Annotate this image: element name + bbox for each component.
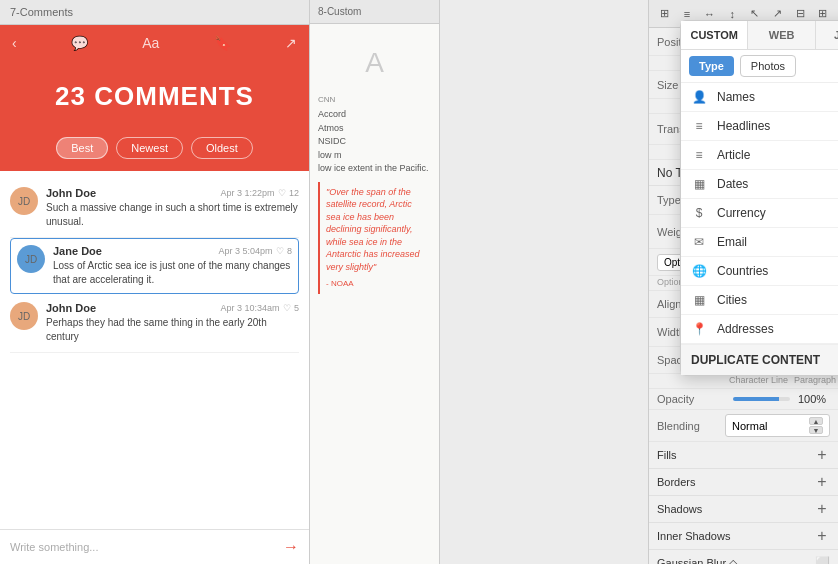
cities-icon: ▦	[691, 293, 707, 307]
dropdown-tab-web[interactable]: WEB	[748, 21, 815, 49]
tab-oldest[interactable]: Oldest	[191, 137, 253, 159]
article-panel-title: 8-Custom	[310, 0, 439, 24]
item-label: Email	[717, 235, 838, 249]
opacity-label: Opacity	[657, 393, 725, 405]
fills-add-btn[interactable]: +	[814, 447, 830, 463]
comment-header: Jane Doe Apr 3 5:04pm ♡ 8	[53, 245, 292, 257]
borders-label: Borders	[657, 476, 696, 488]
item-label: Cities	[717, 293, 838, 307]
shadows-label: Shadows	[657, 503, 702, 515]
comment-meta: Apr 3 1:22pm ♡ 12	[220, 188, 299, 198]
comment-header: John Doe Apr 3 10:34am ♡ 5	[46, 302, 299, 314]
countries-icon: 🌐	[691, 264, 707, 278]
avatar: JD	[17, 245, 45, 273]
avatar: JD	[10, 302, 38, 330]
email-icon: ✉	[691, 235, 707, 249]
phone-screen: ‹ 💬 Aa 🔖 ↗ 23 COMMENTS Best Newest Oldes…	[0, 25, 309, 564]
character-label: Character	[729, 375, 765, 385]
blending-row: Blending Normal ▲ ▼	[649, 410, 838, 442]
list-item[interactable]: 📍 Addresses ✕	[681, 315, 838, 344]
bookmark-icon[interactable]: 🔖	[214, 35, 231, 51]
comment-header: John Doe Apr 3 1:22pm ♡ 12	[46, 187, 299, 199]
dropdown-tab-custom[interactable]: CUSTOM	[681, 21, 748, 49]
share-icon[interactable]: ↗	[285, 35, 297, 51]
dropdown-panel: CUSTOM WEB JSON › Type Photos ⊞ ≡ 👤 Name…	[680, 20, 838, 376]
opacity-value: 100%	[798, 393, 830, 405]
article-icon: ≡	[691, 148, 707, 162]
shadows-add-btn[interactable]: +	[814, 501, 830, 517]
quote-text: "Over the span of the satellite record, …	[326, 186, 425, 274]
gaussian-blur-btn[interactable]: ⬜	[814, 555, 830, 564]
article-text: AccordAtmosNSIDClow mlow ice extent in t…	[318, 108, 431, 176]
list-item[interactable]: 👤 Names ✕	[681, 83, 838, 112]
list-item[interactable]: ▦ Cities ✕	[681, 286, 838, 315]
list-item[interactable]: ≡ Article ✕	[681, 141, 838, 170]
duplicate-label: DUPLICATE CONTENT	[691, 353, 820, 367]
gaussian-blur-section: Gaussian Blur ◇ ⬜	[649, 550, 838, 564]
write-bar: Write something... →	[0, 529, 309, 564]
opacity-row: Opacity 100%	[649, 389, 838, 410]
duplicate-section[interactable]: DUPLICATE CONTENT ›	[681, 344, 838, 375]
avatar: JD	[10, 187, 38, 215]
send-icon[interactable]: →	[283, 538, 299, 556]
phone-nav: ‹ 💬 Aa 🔖 ↗	[0, 25, 309, 61]
list-item[interactable]: ✉ Email ✕	[681, 228, 838, 257]
article-panel: 8-Custom A CNN AccordAtmosNSIDClow mlow …	[310, 0, 440, 564]
toolbar-btn-grid[interactable]: ⊞	[655, 4, 674, 24]
write-placeholder[interactable]: Write something...	[10, 541, 283, 553]
comment-meta: Apr 3 10:34am ♡ 5	[220, 303, 299, 313]
article-body: A CNN AccordAtmosNSIDClow mlow ice exten…	[310, 24, 439, 302]
comment-text: Such a massive change in such a short ti…	[46, 201, 299, 229]
dropdown-search-row: Type Photos ⊞ ≡	[681, 50, 838, 83]
list-item[interactable]: $ Currency ✕	[681, 199, 838, 228]
blending-up[interactable]: ▲	[809, 417, 823, 425]
dropdown-tab-json[interactable]: JSON	[816, 21, 838, 49]
line-label: Line	[769, 375, 790, 385]
blending-value: Normal	[732, 420, 767, 432]
comment-body: John Doe Apr 3 1:22pm ♡ 12 Such a massiv…	[46, 187, 299, 229]
comment-text: Loss of Arctic sea ice is just one of th…	[53, 259, 292, 287]
borders-add-btn[interactable]: +	[814, 474, 830, 490]
list-item[interactable]: ≡ Headlines ✕	[681, 112, 838, 141]
comment-body: Jane Doe Apr 3 5:04pm ♡ 8 Loss of Arctic…	[53, 245, 292, 287]
list-item[interactable]: 🌐 Countries ✕	[681, 257, 838, 286]
comment-item-selected: JD Jane Doe Apr 3 5:04pm ♡ 8 Loss of Arc…	[10, 238, 299, 294]
photos-button[interactable]: Photos	[740, 55, 796, 77]
left-panel-title: 7-Comments	[0, 0, 309, 25]
blending-down[interactable]: ▼	[809, 426, 823, 434]
tab-best[interactable]: Best	[56, 137, 108, 159]
list-item[interactable]: ▦ Dates ✕	[681, 170, 838, 199]
dropdown-list: 👤 Names ✕ ≡ Headlines ✕ ≡ Article ✕ ▦ Da…	[681, 83, 838, 344]
comment-meta: Apr 3 5:04pm ♡ 8	[218, 246, 292, 256]
left-panel: 7-Comments ‹ 💬 Aa 🔖 ↗ 23 COMMENTS Best N…	[0, 0, 310, 564]
type-button[interactable]: Type	[689, 56, 734, 76]
addresses-icon: 📍	[691, 322, 707, 336]
blending-stepper: ▲ ▼	[809, 417, 823, 434]
item-label: Dates	[717, 177, 838, 191]
item-label: Addresses	[717, 322, 838, 336]
names-icon: 👤	[691, 90, 707, 104]
blending-label: Blending	[657, 420, 725, 432]
blending-select[interactable]: Normal ▲ ▼	[725, 414, 830, 437]
comment-item: JD John Doe Apr 3 1:22pm ♡ 12 Such a mas…	[10, 179, 299, 238]
quote-source: - NOAA	[326, 278, 425, 290]
spacing-sublabels: Character Line Paragraph	[649, 374, 838, 389]
inner-shadows-section: Inner Shadows +	[649, 523, 838, 550]
tab-newest[interactable]: Newest	[116, 137, 183, 159]
gaussian-blur-label: Gaussian Blur ◇	[657, 557, 737, 565]
comment-icon[interactable]: 💬	[71, 35, 88, 51]
borders-section: Borders +	[649, 469, 838, 496]
opacity-slider[interactable]	[733, 397, 790, 401]
item-label: Currency	[717, 206, 838, 220]
shadows-section: Shadows +	[649, 496, 838, 523]
phone-tabs: Best Newest Oldest	[0, 137, 309, 171]
phone-hero: 23 COMMENTS	[0, 61, 309, 137]
dropdown-tabs: CUSTOM WEB JSON ›	[681, 21, 838, 50]
article-quote-block: "Over the span of the satellite record, …	[318, 182, 431, 294]
main-area: 8-Custom A CNN AccordAtmosNSIDClow mlow …	[310, 0, 838, 564]
back-icon[interactable]: ‹	[12, 35, 17, 51]
font-icon[interactable]: Aa	[142, 35, 159, 51]
inner-shadows-add-btn[interactable]: +	[814, 528, 830, 544]
commenter-name: John Doe	[46, 187, 96, 199]
item-label: Headlines	[717, 119, 838, 133]
